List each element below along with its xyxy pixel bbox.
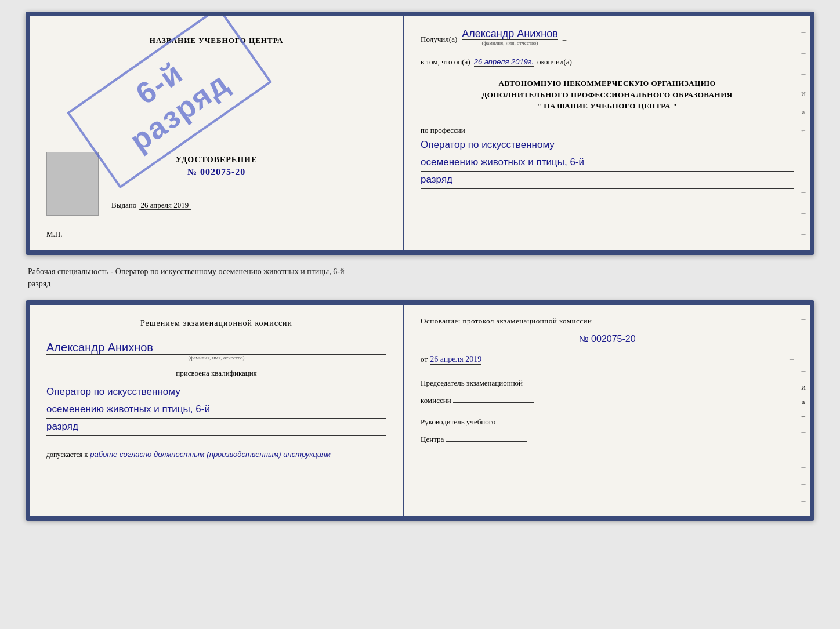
profession-line1: Оператор по искусственному bbox=[421, 137, 794, 154]
director-signature-line bbox=[446, 430, 527, 442]
bottom-person-name: Александр Анихнов bbox=[46, 341, 386, 355]
profession-line2: осеменению животных и птицы, 6-й bbox=[421, 154, 794, 172]
dash-right: – bbox=[790, 355, 794, 364]
allowed-label: допускается к bbox=[46, 450, 88, 459]
allowed-block: допускается к работе согласно должностны… bbox=[46, 450, 386, 459]
profession-label: по профессии bbox=[421, 126, 465, 134]
org-line2: ДОПОЛНИТЕЛЬНОГО ПРОФЕССИОНАЛЬНОГО ОБРАЗО… bbox=[421, 89, 794, 101]
date-row: в том, что он(а) 26 апреля 2019г. окончи… bbox=[421, 55, 794, 68]
assigned-label: присвоена квалификация bbox=[46, 369, 386, 378]
qual-line2: осеменению животных и птицы, 6-й bbox=[46, 401, 386, 419]
top-left-title: НАЗВАНИЕ УЧЕБНОГО ЦЕНТРА bbox=[150, 36, 284, 45]
name-sublabel: (фамилия, имя, отчество) bbox=[462, 40, 558, 46]
qual-line1: Оператор по искусственному bbox=[46, 384, 386, 401]
in-that-label: в том, что он(а) bbox=[421, 55, 470, 68]
mp-label: М.П. bbox=[46, 230, 62, 239]
bottom-name-sublabel: (фамилия, имя, отчество) bbox=[46, 355, 386, 361]
decision-title: Решением экзаменационной комиссии bbox=[46, 319, 386, 328]
qualification-block: Оператор по искусственному осеменению жи… bbox=[46, 384, 386, 436]
date-prefix: от bbox=[421, 355, 428, 364]
bottom-document: Решением экзаменационной комиссии Алекса… bbox=[26, 300, 814, 521]
protocol-date-block: от 26 апреля 2019 – bbox=[421, 355, 794, 365]
cert-label-block: УДОСТОВЕРЕНИЕ № 002075-20 bbox=[176, 121, 257, 177]
profession-block: по профессии Оператор по искусственному … bbox=[421, 123, 794, 189]
bottom-person-block: Александр Анихнов (фамилия, имя, отчеств… bbox=[46, 341, 386, 361]
photo-placeholder bbox=[46, 152, 99, 216]
issued-date-value: 26 апреля 2019 bbox=[139, 201, 191, 210]
allowed-value: работе согласно должностным (производств… bbox=[90, 450, 331, 459]
org-block: АВТОНОМНУЮ НЕКОММЕРЧЕСКУЮ ОРГАНИЗАЦИЮ ДО… bbox=[421, 78, 794, 112]
protocol-number: № 002075-20 bbox=[421, 334, 794, 344]
bottom-doc-right: Основание: протокол экзаменационной коми… bbox=[404, 305, 810, 516]
completed-label: окончил(а) bbox=[537, 55, 572, 68]
cert-label: УДОСТОВЕРЕНИЕ bbox=[176, 155, 257, 165]
top-doc-left: НАЗВАНИЕ УЧЕБНОГО ЦЕНТРА 6-й разряд УДОС… bbox=[30, 16, 404, 250]
top-doc-right: Получил(а) Александр Анихнов (фамилия, и… bbox=[404, 16, 810, 250]
cert-number: № 002075-20 bbox=[176, 167, 257, 177]
top-document: НАЗВАНИЕ УЧЕБНОГО ЦЕНТРА 6-й разряд УДОС… bbox=[26, 12, 814, 255]
basis-title: Основание: протокол экзаменационной коми… bbox=[421, 317, 794, 326]
issued-date-block: Выдано 26 апреля 2019 bbox=[111, 201, 191, 210]
bottom-doc-left: Решением экзаменационной комиссии Алекса… bbox=[30, 305, 404, 516]
chairman-signature-line bbox=[453, 391, 534, 403]
recipient-name: Александр Анихнов bbox=[462, 28, 558, 40]
profession-line3: разряд bbox=[421, 172, 794, 189]
org-line1: АВТОНОМНУЮ НЕКОММЕРЧЕСКУЮ ОРГАНИЗАЦИЮ bbox=[421, 78, 794, 89]
recipient-row: Получил(а) Александр Анихнов (фамилия, и… bbox=[421, 28, 794, 46]
dash1: – bbox=[563, 32, 567, 46]
completion-date: 26 апреля 2019г. bbox=[474, 57, 534, 67]
issued-label: Выдано bbox=[111, 201, 136, 209]
director-label: Руководитель учебногоЦентра bbox=[421, 416, 794, 445]
middle-text: Рабочая специальность - Оператор по иску… bbox=[26, 266, 814, 290]
qual-line3: разряд bbox=[46, 419, 386, 436]
received-label: Получил(а) bbox=[421, 32, 457, 46]
middle-text-content: Рабочая специальность - Оператор по иску… bbox=[28, 267, 344, 288]
org-line3: " НАЗВАНИЕ УЧЕБНОГО ЦЕНТРА " bbox=[421, 100, 794, 112]
side-marks-bottom: – – – – И а ← – – – – – bbox=[797, 305, 810, 516]
protocol-date: 26 апреля 2019 bbox=[430, 355, 481, 365]
stamp-line1: 6-й bbox=[129, 55, 189, 111]
chairman-label: Председатель экзаменационнойкомиссии bbox=[421, 377, 794, 406]
side-marks-top: – – – И а ← – – – – – bbox=[797, 16, 810, 250]
